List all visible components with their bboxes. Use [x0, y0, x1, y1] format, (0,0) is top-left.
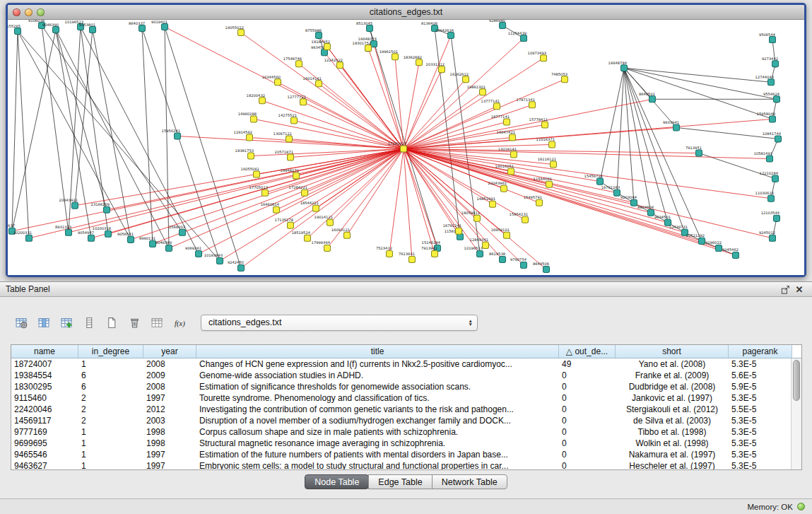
graph-node[interactable] — [387, 250, 393, 257]
graph-node[interactable] — [259, 98, 266, 104]
column-header-pagerank[interactable]: pagerank — [729, 345, 792, 358]
graph-node[interactable] — [483, 242, 489, 248]
table-selector[interactable]: citations_edges.txt ▲▼ — [201, 315, 478, 331]
graph-node[interactable] — [767, 156, 773, 162]
graph-node[interactable] — [770, 116, 776, 122]
zoom-window-button[interactable] — [37, 8, 45, 16]
tab-node-table[interactable]: Node Table — [305, 474, 369, 489]
graph-node[interactable] — [90, 27, 96, 33]
graph-node[interactable] — [26, 235, 33, 241]
table-row[interactable]: 911546021997Tourette syndrome. Phenomeno… — [11, 392, 791, 404]
graph-node[interactable] — [696, 150, 702, 156]
function-builder-icon[interactable]: f(x) — [171, 314, 188, 331]
tab-edge-table[interactable]: Edge Table — [368, 474, 432, 489]
graph-node[interactable] — [529, 102, 536, 108]
graph-node[interactable] — [316, 33, 322, 39]
graph-node[interactable] — [521, 262, 527, 268]
graph-node[interactable] — [770, 37, 776, 43]
column-header-year[interactable]: year — [143, 345, 196, 358]
close-panel-icon[interactable]: ✕ — [792, 284, 806, 296]
graph-node[interactable] — [631, 199, 637, 206]
graph-node[interactable] — [128, 236, 134, 243]
graph-node[interactable] — [775, 136, 782, 142]
graph-node[interactable] — [504, 119, 510, 125]
graph-node[interactable] — [768, 79, 775, 86]
graph-node[interactable] — [296, 61, 302, 67]
graph-node[interactable] — [508, 168, 514, 175]
graph-node[interactable] — [416, 59, 423, 66]
graph-node[interactable] — [166, 245, 172, 251]
graph-node[interactable] — [500, 256, 506, 262]
table-row[interactable]: 2242004622012Investigating the contribut… — [11, 404, 791, 415]
scrollbar-thumb[interactable] — [793, 360, 800, 401]
graph-node[interactable] — [510, 134, 516, 141]
table-vertical-scrollbar[interactable] — [791, 358, 801, 469]
row-options-icon[interactable] — [81, 314, 98, 331]
table-row[interactable]: 1872400712008Changes of HCN gene express… — [11, 358, 791, 370]
graph-node[interactable] — [597, 178, 604, 185]
column-header-name[interactable]: name — [11, 345, 78, 358]
import-table-icon[interactable] — [148, 314, 165, 331]
column-header-in-degree[interactable]: in_degree — [78, 345, 143, 358]
graph-node[interactable] — [15, 28, 21, 35]
graph-node[interactable] — [104, 206, 110, 213]
graph-node[interactable] — [439, 66, 445, 73]
graph-node[interactable] — [275, 79, 281, 86]
table-row[interactable]: 1830029562008Estimation of significance … — [11, 381, 791, 392]
graph-node[interactable] — [401, 146, 407, 152]
graph-node[interactable] — [53, 27, 59, 33]
new-table-icon[interactable] — [103, 314, 120, 331]
graph-node[interactable] — [546, 181, 553, 187]
graph-node[interactable] — [248, 153, 254, 159]
graph-node[interactable] — [463, 76, 469, 83]
table-row[interactable]: 969969511998Structural magnetic resonanc… — [11, 438, 791, 449]
graph-node[interactable] — [305, 235, 311, 241]
graph-node[interactable] — [733, 252, 739, 258]
graph-node[interactable] — [500, 23, 506, 29]
graph-node[interactable] — [327, 219, 334, 226]
show-columns-icon[interactable] — [35, 314, 52, 331]
graph-node[interactable] — [648, 209, 654, 216]
table-row[interactable]: 946362711997Embryonic stem cells: a mode… — [11, 460, 791, 469]
graph-node[interactable] — [302, 189, 308, 196]
graph-node[interactable] — [254, 171, 260, 177]
graph-node[interactable] — [392, 54, 399, 60]
graph-node[interactable] — [770, 235, 776, 241]
graph-node[interactable] — [238, 30, 245, 36]
graph-node[interactable] — [542, 122, 548, 128]
create-column-icon[interactable] — [58, 314, 75, 331]
minimize-window-button[interactable] — [25, 8, 33, 16]
graph-node[interactable] — [699, 238, 705, 244]
graph-node[interactable] — [501, 185, 507, 192]
graph-node[interactable] — [772, 61, 779, 67]
graph-node[interactable] — [262, 189, 269, 196]
graph-node[interactable] — [273, 206, 280, 213]
graph-node[interactable] — [543, 266, 550, 272]
graph-node[interactable] — [536, 199, 543, 206]
graph-node[interactable] — [162, 24, 168, 30]
graph-node[interactable] — [511, 151, 517, 158]
graph-node[interactable] — [288, 222, 294, 228]
table-row[interactable]: 977716911998Corpus callosum shape and si… — [11, 426, 791, 438]
graph-node[interactable] — [337, 62, 343, 69]
tab-network-table[interactable]: Network Table — [432, 474, 507, 489]
graph-node[interactable] — [238, 264, 245, 271]
graph-node[interactable] — [324, 245, 331, 251]
window-titlebar[interactable]: citations_edges.txt — [8, 5, 804, 20]
graph-node[interactable] — [494, 103, 500, 110]
graph-node[interactable] — [551, 161, 557, 168]
graph-node[interactable] — [448, 33, 454, 39]
graph-node[interactable] — [774, 215, 780, 221]
graph-node[interactable] — [324, 44, 331, 50]
graph-node[interactable] — [217, 257, 223, 264]
graph-node[interactable] — [313, 205, 319, 211]
graph-node[interactable] — [716, 245, 722, 251]
graph-node[interactable] — [490, 201, 496, 207]
graph-node[interactable] — [139, 25, 146, 32]
column-header-short[interactable]: short — [616, 345, 729, 358]
graph-node[interactable] — [504, 232, 510, 238]
column-header-out-de[interactable]: △ out_de... — [559, 345, 616, 358]
graph-node[interactable] — [474, 215, 481, 221]
close-window-button[interactable] — [13, 8, 20, 16]
graph-node[interactable] — [365, 45, 372, 52]
